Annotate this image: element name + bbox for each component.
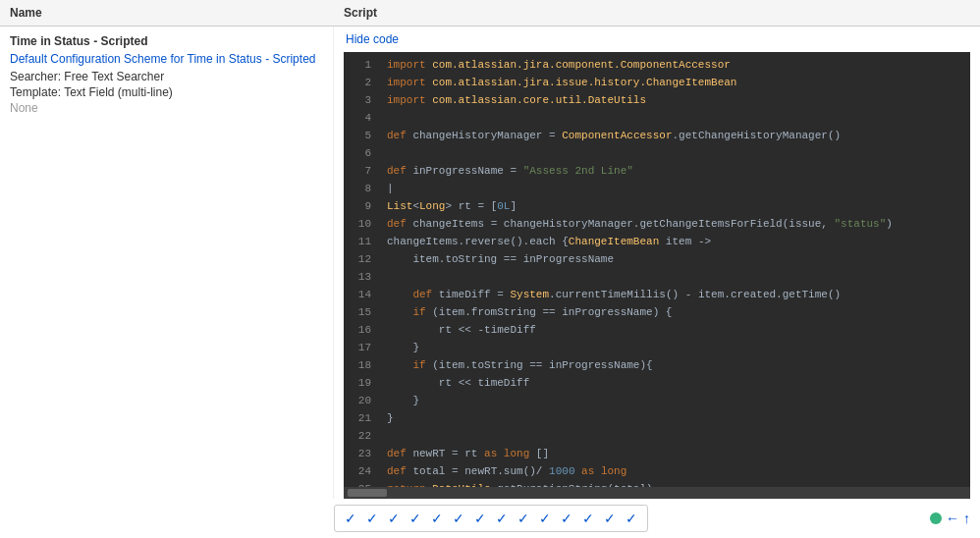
template-label: Template: Text Field (multi-line)	[10, 85, 323, 99]
header-script: Script	[344, 6, 970, 20]
check-icon-11[interactable]: ✓	[557, 509, 576, 528]
right-controls: ← ↑	[930, 511, 970, 526]
check-icon-9[interactable]: ✓	[514, 509, 533, 528]
horizontal-scrollbar[interactable]	[344, 487, 970, 499]
content-row: Time in Status - Scripted Default Config…	[0, 27, 980, 499]
check-icon-5[interactable]: ✓	[427, 509, 447, 528]
code-editor: 1234567891011121314151617181920212223242…	[344, 52, 970, 499]
action-icons-bar: ✓ ✓ ✓ ✓ ✓ ✓ ✓ ✓ ✓ ✓ ✓ ✓ ✓ ✓	[334, 505, 648, 532]
header-row: Name Script	[0, 0, 980, 27]
searcher-label: Searcher: Free Text Searcher	[10, 70, 323, 83]
check-icon-10[interactable]: ✓	[535, 509, 555, 528]
line-numbers: 1234567891011121314151617181920212223242…	[344, 52, 379, 487]
check-icon-2[interactable]: ✓	[362, 509, 382, 528]
back-arrow-icon[interactable]: ←	[946, 511, 959, 526]
check-icon-12[interactable]: ✓	[578, 509, 598, 528]
check-icon-6[interactable]: ✓	[449, 509, 468, 528]
left-panel: Time in Status - Scripted Default Config…	[0, 27, 334, 499]
reload-icon[interactable]: ↑	[963, 511, 970, 526]
check-icon-7[interactable]: ✓	[470, 509, 490, 528]
none-label: None	[10, 101, 38, 115]
config-scheme-link[interactable]: Default Configuration Scheme for Time in…	[10, 52, 323, 66]
main-container: Name Script Time in Status - Scripted De…	[0, 0, 980, 538]
check-icon-8[interactable]: ✓	[492, 509, 512, 528]
status-circle-green	[930, 512, 942, 524]
check-icon-13[interactable]: ✓	[600, 509, 620, 528]
right-panel: Hide code 123456789101112131415161718192…	[334, 27, 980, 499]
check-icon-1[interactable]: ✓	[341, 509, 360, 528]
check-icon-14[interactable]: ✓	[622, 509, 641, 528]
code-lines: import com.atlassian.jira.component.Comp…	[379, 52, 970, 487]
code-content[interactable]: 1234567891011121314151617181920212223242…	[344, 52, 970, 487]
scrollbar-track[interactable]	[348, 489, 966, 497]
bottom-row: ✓ ✓ ✓ ✓ ✓ ✓ ✓ ✓ ✓ ✓ ✓ ✓ ✓ ✓ ← ↑	[0, 499, 980, 538]
check-icon-4[interactable]: ✓	[406, 509, 425, 528]
check-icon-3[interactable]: ✓	[384, 509, 404, 528]
field-name: Time in Status - Scripted	[10, 34, 323, 48]
header-name: Name	[10, 6, 344, 20]
hide-code-bar: Hide code	[334, 27, 980, 52]
hide-code-link[interactable]: Hide code	[346, 32, 399, 46]
scrollbar-thumb[interactable]	[348, 489, 387, 497]
